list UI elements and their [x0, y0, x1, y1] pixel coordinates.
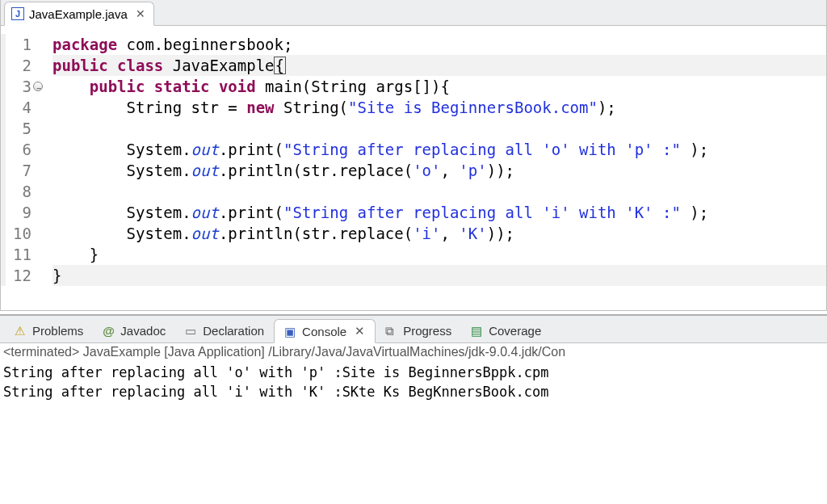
line-number: 12 — [6, 265, 33, 286]
tab-label: Javadoc — [120, 324, 166, 338]
close-tab-icon[interactable]: ✕ — [355, 324, 365, 338]
line-number: 3 — [6, 76, 33, 97]
tab-label: Coverage — [489, 324, 541, 338]
editor-tab-javaexample[interactable]: J JavaExample.java ✕ — [4, 2, 154, 26]
code-editor[interactable]: 123456789101112 package com.beginnersboo… — [1, 26, 826, 310]
tab-javadoc[interactable]: Javadoc — [93, 318, 175, 342]
code-line[interactable]: public class JavaExample{ — [52, 55, 826, 76]
line-gutter: 123456789101112 — [1, 34, 38, 286]
line-number: 10 — [6, 223, 33, 244]
java-file-icon: J — [11, 7, 24, 20]
tab-label: Declaration — [203, 324, 264, 338]
panel-tabbar: Problems Javadoc Declaration Console ✕ P… — [0, 316, 827, 343]
line-number: 6 — [6, 139, 33, 160]
line-number: 7 — [6, 160, 33, 181]
code-line[interactable]: package com.beginnersbook; — [52, 34, 826, 55]
console-icon — [284, 325, 297, 338]
problems-icon — [15, 324, 27, 337]
editor-tabbar: J JavaExample.java ✕ — [1, 0, 826, 26]
tab-problems[interactable]: Problems — [5, 318, 93, 342]
tab-label: Problems — [32, 324, 83, 338]
line-number: 1 — [6, 34, 33, 55]
line-number: 2 — [6, 55, 33, 76]
editor-pane: J JavaExample.java ✕ 123456789101112 pac… — [0, 0, 827, 311]
code-line[interactable] — [52, 181, 826, 202]
javadoc-icon — [103, 324, 115, 337]
line-number: 5 — [6, 118, 33, 139]
progress-icon — [385, 324, 398, 337]
source-text[interactable]: package com.beginnersbook;public class J… — [38, 34, 826, 286]
tab-coverage[interactable]: Coverage — [461, 318, 551, 342]
declaration-icon — [185, 324, 198, 337]
code-line[interactable]: System.out.print("String after replacing… — [52, 202, 826, 223]
console-line: String after replacing all 'i' with 'K' … — [3, 382, 824, 401]
line-number: 11 — [6, 244, 33, 265]
code-line[interactable]: System.out.println(str.replace('i', 'K')… — [52, 223, 826, 244]
close-tab-icon[interactable]: ✕ — [136, 7, 145, 20]
code-line[interactable]: String str = new String("Site is Beginne… — [52, 97, 826, 118]
code-line[interactable]: System.out.print("String after replacing… — [52, 139, 826, 160]
console-header: <terminated> JavaExample [Java Applicati… — [0, 343, 827, 361]
tab-label: Console — [302, 325, 346, 338]
tab-label: Progress — [403, 324, 451, 338]
bottom-panel: Problems Javadoc Declaration Console ✕ P… — [0, 314, 827, 403]
coverage-icon — [471, 324, 484, 337]
tab-declaration[interactable]: Declaration — [175, 318, 274, 342]
code-line[interactable]: public static void main(String args[]){ — [52, 76, 826, 97]
console-line: String after replacing all 'o' with 'p' … — [3, 363, 824, 382]
line-number: 8 — [6, 181, 33, 202]
editor-tab-title: JavaExample.java — [29, 7, 128, 21]
line-number: 9 — [6, 202, 33, 223]
console-output[interactable]: String after replacing all 'o' with 'p' … — [0, 361, 827, 403]
tab-console[interactable]: Console ✕ — [274, 319, 376, 343]
tab-progress[interactable]: Progress — [376, 318, 461, 342]
code-line[interactable]: System.out.println(str.replace('o', 'p')… — [52, 160, 826, 181]
code-line[interactable]: } — [52, 244, 826, 265]
line-number: 4 — [6, 97, 33, 118]
code-line[interactable] — [52, 118, 826, 139]
code-line[interactable]: } — [52, 265, 826, 286]
